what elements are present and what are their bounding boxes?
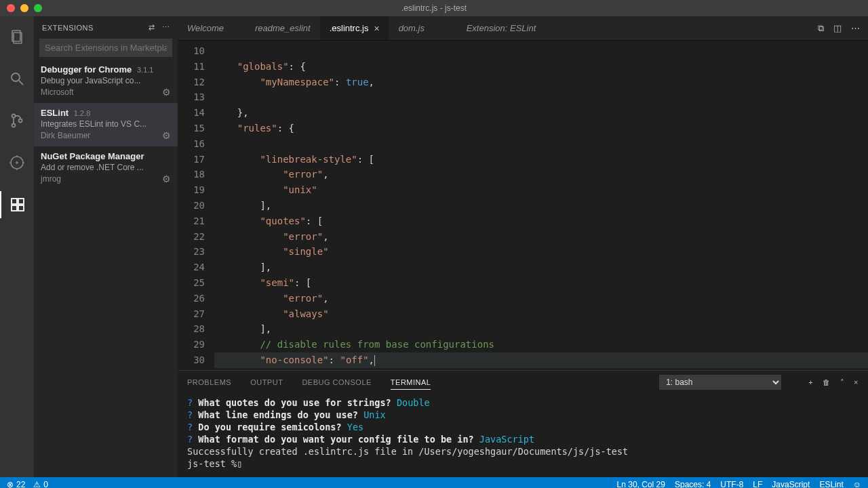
gear-icon[interactable]: ⚙ <box>162 87 171 98</box>
status-cursor[interactable]: Ln 30, Col 29 <box>617 480 665 488</box>
status-language[interactable]: JavaScript <box>772 480 810 488</box>
explorer-icon[interactable] <box>0 23 34 50</box>
panel-close-icon[interactable]: × <box>854 378 859 387</box>
code-area[interactable]: "globals": { "myNamespace": true, }, "ru… <box>214 41 868 370</box>
svg-point-6 <box>19 119 22 123</box>
bottom-panel: PROBLEMSOUTPUTDEBUG CONSOLETERMINAL1: ba… <box>178 370 868 477</box>
panel-tab[interactable]: DEBUG CONSOLE <box>302 375 371 389</box>
svg-line-3 <box>19 81 23 85</box>
svg-point-5 <box>12 124 16 127</box>
svg-point-8 <box>16 162 18 163</box>
status-encoding[interactable]: UTF-8 <box>720 480 743 488</box>
activity-bar <box>0 16 34 477</box>
panel-tabs: PROBLEMSOUTPUTDEBUG CONSOLETERMINAL1: ba… <box>178 371 868 394</box>
new-terminal-icon[interactable]: + <box>808 378 813 387</box>
titlebar: .eslintrc.js - js-test <box>0 0 868 16</box>
kill-terminal-icon[interactable]: 🗑 <box>823 378 831 387</box>
window-minimize-button[interactable] <box>20 4 28 12</box>
gear-icon[interactable]: ⚙ <box>162 130 171 141</box>
svg-rect-14 <box>12 205 17 211</box>
status-feedback-icon[interactable]: ☺ <box>853 480 861 488</box>
status-linter[interactable]: ESLint <box>819 480 843 488</box>
debug-icon[interactable] <box>0 149 34 176</box>
code-editor[interactable]: 1011121314151617181920212223242526272829… <box>178 41 868 370</box>
extensions-list: Debugger for Chrome 3.1.1 Debug your Jav… <box>34 60 178 190</box>
window-zoom-button[interactable] <box>34 4 42 12</box>
line-gutter: 1011121314151617181920212223242526272829… <box>178 41 214 370</box>
search-extensions-input[interactable] <box>39 39 172 57</box>
svg-point-2 <box>12 73 20 81</box>
sidebar-title: EXTENSIONS <box>42 24 94 32</box>
status-errors[interactable]: ⊗ 22 <box>7 480 25 488</box>
status-indent[interactable]: Spaces: 4 <box>675 480 711 488</box>
editor-tab[interactable]: .eslintrc.js× <box>320 16 389 40</box>
window-close-button[interactable] <box>7 4 15 12</box>
terminal-output[interactable]: ? What quotes do you use for strings? Do… <box>178 394 868 477</box>
split-editor-icon[interactable]: ◫ <box>833 23 842 33</box>
editor-tab[interactable]: dom.js <box>389 16 457 40</box>
more-icon[interactable]: ⋯ <box>162 23 170 32</box>
svg-point-7 <box>11 157 23 169</box>
svg-point-4 <box>12 115 16 118</box>
panel-maximize-icon[interactable]: ˄ <box>840 378 845 387</box>
extension-item[interactable]: Debugger for Chrome 3.1.1 Debug your Jav… <box>34 60 178 103</box>
extension-item[interactable]: ESLint 1.2.8 Integrates ESLint into VS C… <box>34 103 178 146</box>
panel-tab[interactable]: PROBLEMS <box>187 375 231 389</box>
editor-tabs: Welcomereadme_eslint.eslintrc.js×dom.jsE… <box>178 16 868 41</box>
panel-tab[interactable]: TERMINAL <box>391 375 431 390</box>
extension-item[interactable]: NuGet Package Manager Add or remove .NET… <box>34 146 178 190</box>
extensions-icon[interactable] <box>0 191 34 218</box>
editor-tab[interactable]: readme_eslint <box>245 16 320 40</box>
status-eol[interactable]: LF <box>753 480 762 488</box>
status-bar: ⊗ 22 ⚠ 0 Ln 30, Col 29 Spaces: 4 UTF-8 L… <box>0 477 868 488</box>
svg-rect-13 <box>12 199 17 204</box>
status-warnings[interactable]: ⚠ 0 <box>33 480 48 488</box>
search-icon[interactable] <box>0 65 34 92</box>
source-control-icon[interactable] <box>0 107 34 134</box>
svg-rect-16 <box>18 199 24 204</box>
window-title: .eslintrc.js - js-test <box>401 3 467 13</box>
svg-rect-15 <box>18 205 24 211</box>
more-icon[interactable]: ⋯ <box>851 23 860 33</box>
panel-tab[interactable]: OUTPUT <box>250 375 283 389</box>
close-icon[interactable]: × <box>374 23 379 34</box>
filter-icon[interactable]: ⇄ <box>149 23 155 32</box>
editor-tab[interactable]: Welcome <box>178 16 245 40</box>
extensions-sidebar: EXTENSIONS ⇄ ⋯ Debugger for Chrome 3.1.1… <box>34 16 178 477</box>
gear-icon[interactable]: ⚙ <box>162 174 171 184</box>
compare-icon[interactable]: ⧉ <box>818 23 824 34</box>
terminal-shell-select[interactable]: 1: bash <box>659 375 781 390</box>
editor-tab[interactable]: Extension: ESLint <box>457 16 546 40</box>
